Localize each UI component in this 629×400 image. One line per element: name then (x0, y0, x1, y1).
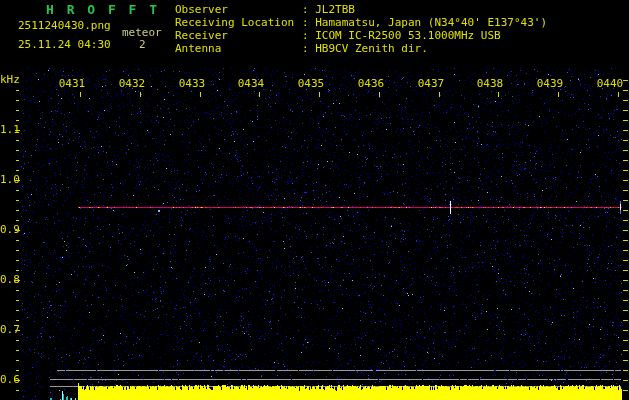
station-value: JL2TBB (315, 3, 355, 16)
station-colon: : (302, 42, 315, 55)
station-label: Antenna (175, 42, 302, 55)
freq-tick-label: 1.0 (0, 174, 20, 185)
freq-tick-label: 0.7 (0, 324, 20, 335)
khz-unit-label: kHz (0, 74, 20, 85)
meteor-count: 2 (139, 39, 146, 50)
freq-tick-label: 0.6 (0, 374, 20, 385)
time-tick-label: 0437 (416, 78, 446, 89)
station-value: Hamamatsu, Japan (N34°40' E137°43') (315, 16, 547, 29)
hrofft-screen: H R O F F T 2511240430.png meteor 25.11.… (0, 0, 629, 400)
time-tick-label: 0434 (236, 78, 266, 89)
time-tick-label: 0439 (535, 78, 565, 89)
station-colon: : (302, 16, 315, 29)
time-tick-label: 0433 (177, 78, 207, 89)
freq-tick-label: 1.1 (0, 124, 20, 135)
station-label: Receiving Location (175, 16, 302, 29)
station-colon: : (302, 3, 315, 16)
time-tick-label: 0440 (595, 78, 625, 89)
time-tick-label: 0438 (475, 78, 505, 89)
station-colon: : (302, 29, 315, 42)
freq-tick-label: 0.9 (0, 224, 20, 235)
station-row: Antenna: HB9CV Zenith dir. (175, 42, 428, 55)
station-row: Receiver: ICOM IC-R2500 53.1000MHz USB (175, 29, 501, 42)
mode-label: meteor (122, 27, 162, 38)
spectrogram-canvas (0, 0, 629, 400)
station-value: HB9CV Zenith dir. (315, 42, 428, 55)
datetime-label: 25.11.24 04:30 (18, 39, 111, 50)
freq-tick-label: 0.8 (0, 274, 20, 285)
time-tick-label: 0436 (356, 78, 386, 89)
filename-label: 2511240430.png (18, 20, 111, 31)
station-row: Observer: JL2TBB (175, 3, 355, 16)
time-tick-label: 0431 (57, 78, 87, 89)
station-label: Observer (175, 3, 302, 16)
station-value: ICOM IC-R2500 53.1000MHz USB (315, 29, 500, 42)
time-tick-label: 0435 (296, 78, 326, 89)
station-label: Receiver (175, 29, 302, 42)
time-tick-label: 0432 (117, 78, 147, 89)
app-title: H R O F F T (46, 3, 160, 16)
station-row: Receiving Location: Hamamatsu, Japan (N3… (175, 16, 547, 29)
